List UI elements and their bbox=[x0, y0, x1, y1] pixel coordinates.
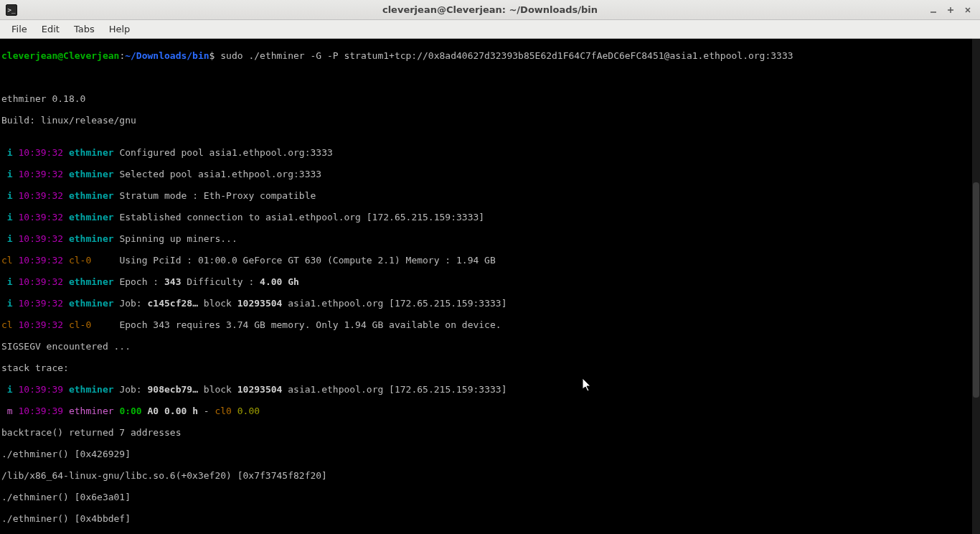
terminal-line: SIGSEGV encountered ... bbox=[1, 341, 979, 352]
prompt-user: cleverjean@Cleverjean bbox=[1, 50, 119, 61]
window-titlebar: >_ cleverjean@Cleverjean: ~/Downloads/bi… bbox=[0, 0, 980, 20]
terminal-line: i 10:39:39 ethminer Job: 908ecb79… block… bbox=[1, 384, 979, 395]
terminal-line: i 10:39:32 ethminer Configured pool asia… bbox=[1, 147, 979, 158]
menu-help[interactable]: Help bbox=[102, 22, 138, 37]
terminal-line: i 10:39:32 ethminer Epoch : 343 Difficul… bbox=[1, 276, 979, 287]
command-text: sudo ./ethminer -G -P stratum1+tcp://0x8… bbox=[215, 50, 793, 61]
terminal-line: ./ethminer() [0x6e3a01] bbox=[1, 492, 979, 502]
menu-edit[interactable]: Edit bbox=[34, 22, 67, 37]
terminal-line: i 10:39:32 ethminer Stratum mode : Eth-P… bbox=[1, 190, 979, 201]
terminal-line: m 10:39:39 ethminer 0:00 A0 0.00 h - cl0… bbox=[1, 406, 979, 416]
terminal-line: ethminer 0.18.0 bbox=[1, 93, 979, 104]
terminal-line: stack trace: bbox=[1, 362, 979, 373]
window-title: cleverjean@Cleverjean: ~/Downloads/bin bbox=[0, 4, 980, 15]
terminal-line: cleverjean@Cleverjean:~/Downloads/bin$ s… bbox=[1, 50, 979, 61]
terminal-line: ./ethminer() [0x426929] bbox=[1, 449, 979, 459]
terminal-line: i 10:39:32 ethminer Job: c145cf28… block… bbox=[1, 298, 979, 309]
terminal-line: ./ethminer() [0x4bbdef] bbox=[1, 513, 979, 524]
terminal-line: backtrace() returned 7 addresses bbox=[1, 427, 979, 438]
scrollbar-track[interactable] bbox=[972, 39, 980, 534]
terminal-area[interactable]: cleverjean@Cleverjean:~/Downloads/bin$ s… bbox=[0, 39, 980, 534]
menu-tabs[interactable]: Tabs bbox=[67, 22, 102, 37]
menubar: File Edit Tabs Help bbox=[0, 20, 980, 39]
terminal-line: cl 10:39:32 cl-0 Using PciId : 01:00.0 G… bbox=[1, 255, 979, 266]
menu-file[interactable]: File bbox=[4, 22, 34, 37]
terminal-line: cl 10:39:32 cl-0 Epoch 343 requires 3.74… bbox=[1, 319, 979, 330]
scrollbar-thumb[interactable] bbox=[973, 182, 979, 398]
terminal-line: i 10:39:32 ethminer Established connecti… bbox=[1, 212, 979, 222]
terminal-line: i 10:39:32 ethminer Selected pool asia1.… bbox=[1, 169, 979, 179]
terminal-line: i 10:39:32 ethminer Spinning up miners..… bbox=[1, 233, 979, 244]
prompt-path: ~/Downloads/bin bbox=[125, 50, 209, 61]
terminal-line: Build: linux/release/gnu bbox=[1, 115, 979, 126]
terminal-line: /lib/x86_64-linux-gnu/libc.so.6(+0x3ef20… bbox=[1, 470, 979, 481]
